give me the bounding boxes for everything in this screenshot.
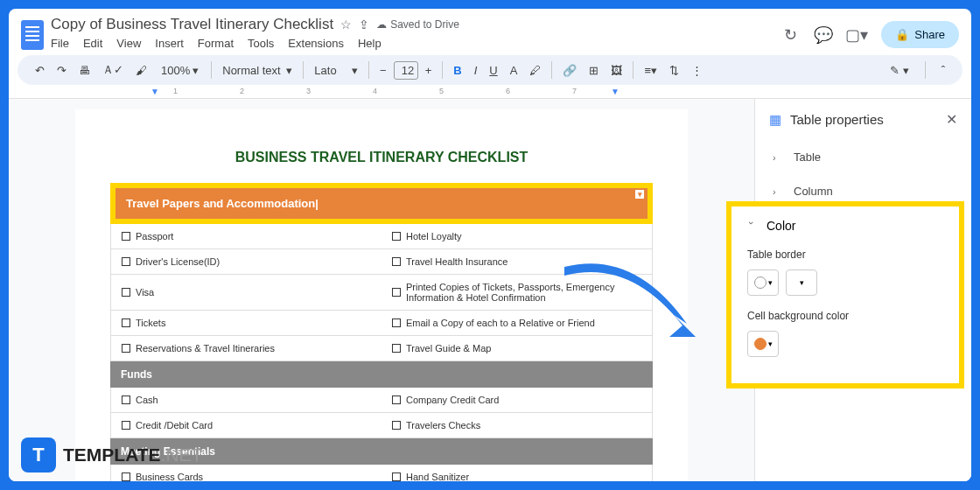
spellcheck-button[interactable]: Ａ✓ xyxy=(97,59,129,81)
history-icon[interactable]: ↻ xyxy=(781,26,799,44)
template-logo-icon: T xyxy=(21,438,56,472)
comment-button[interactable]: ⊞ xyxy=(584,60,604,80)
print-button[interactable]: 🖶 xyxy=(74,60,95,80)
menu-tools[interactable]: Tools xyxy=(248,37,274,50)
menubar: File Edit View Insert Format Tools Exten… xyxy=(51,33,774,53)
menu-format[interactable]: Format xyxy=(198,37,234,50)
more-button[interactable]: ⋮ xyxy=(686,60,708,80)
paint-format-button[interactable]: 🖌 xyxy=(130,60,152,80)
annotation-arrow xyxy=(556,254,718,368)
bold-button[interactable]: B xyxy=(448,60,466,80)
textcolor-button[interactable]: A xyxy=(505,60,523,80)
italic-button[interactable]: I xyxy=(469,60,483,80)
menu-edit[interactable]: Edit xyxy=(83,37,102,50)
comments-icon[interactable]: 💬 xyxy=(815,26,832,44)
redo-button[interactable]: ↷ xyxy=(52,60,72,80)
page-title: BUSINESS TRAVEL ITINERARY CHECKLIST xyxy=(110,150,653,165)
chevron-down-icon[interactable]: › xyxy=(746,221,757,230)
menu-extensions[interactable]: Extensions xyxy=(288,37,344,50)
edit-mode[interactable]: ✎ ▾ xyxy=(885,60,914,80)
close-icon[interactable]: ✕ xyxy=(946,111,957,128)
docs-logo[interactable] xyxy=(21,20,44,50)
menu-help[interactable]: Help xyxy=(358,37,382,50)
border-color-button[interactable]: ▾ xyxy=(747,270,779,296)
expand-button[interactable]: ˆ xyxy=(936,60,950,80)
toolbar: ↶ ↷ 🖶 Ａ✓ 🖌 100% ▾ Normal text ▾ Lato ▾ −… xyxy=(18,55,962,85)
color-callout: ›Color Table border ▾ ▾ Cell background … xyxy=(726,201,964,388)
underline-button[interactable]: U xyxy=(484,60,502,80)
table-icon: ▦ xyxy=(769,112,781,128)
font-select[interactable]: Lato ▾ xyxy=(309,60,363,80)
share-button[interactable]: 🔒 Share xyxy=(881,21,959,48)
saved-status: ☁ Saved to Drive xyxy=(376,18,459,31)
fontsize-dec[interactable]: − xyxy=(374,60,392,80)
section-header-travel[interactable]: Travel Papers and Accommodation| xyxy=(110,183,653,224)
zoom-select[interactable]: 100% ▾ xyxy=(154,60,206,80)
meet-icon[interactable]: ▢▾ xyxy=(848,26,865,44)
image-button[interactable]: 🖼 xyxy=(606,60,627,80)
fontsize-input[interactable]: 12 xyxy=(394,61,418,80)
menu-file[interactable]: File xyxy=(51,37,69,50)
bg-color-button[interactable]: ▾ xyxy=(747,331,779,357)
watermark: T TEMPLATE.NET xyxy=(21,438,202,472)
align-button[interactable]: ≡▾ xyxy=(639,60,662,80)
undo-button[interactable]: ↶ xyxy=(30,60,50,80)
doc-title[interactable]: Copy of Business Travel Itinerary Checkl… xyxy=(51,16,333,33)
style-select[interactable]: Normal text ▾ xyxy=(217,60,298,80)
move-icon[interactable]: ⇪ xyxy=(359,18,369,32)
link-button[interactable]: 🔗 xyxy=(557,60,582,80)
ruler[interactable]: ▼ 123 456 7 ▼ xyxy=(9,85,971,99)
border-width-button[interactable]: ▾ xyxy=(786,270,817,296)
fontsize-inc[interactable]: + xyxy=(420,60,438,80)
highlight-button[interactable]: 🖊 xyxy=(524,60,546,80)
star-icon[interactable]: ☆ xyxy=(340,18,352,32)
spacing-button[interactable]: ⇅ xyxy=(664,60,684,80)
menu-insert[interactable]: Insert xyxy=(155,37,184,50)
menu-view[interactable]: View xyxy=(116,37,141,50)
sidebar-item-table[interactable]: ›Table xyxy=(755,140,971,174)
